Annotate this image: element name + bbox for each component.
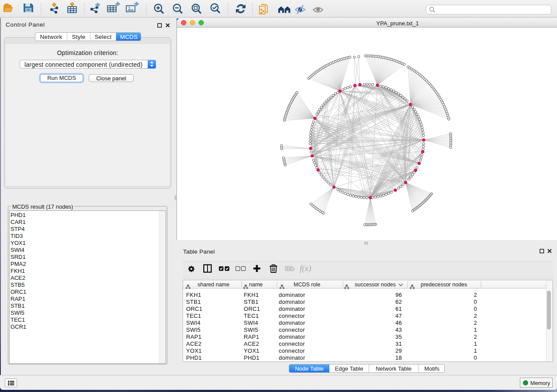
svg-text:f(x): f(x)	[300, 264, 311, 273]
